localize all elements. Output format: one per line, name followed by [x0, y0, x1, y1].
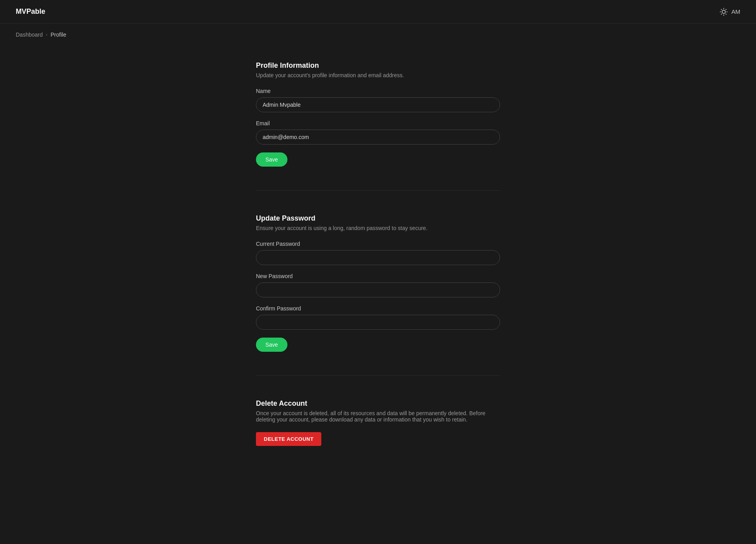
profile-information-section: Profile Information Update your account'… — [256, 61, 500, 167]
email-form-group: Email — [256, 120, 500, 145]
profile-section-description: Update your account's profile informatio… — [256, 72, 500, 78]
svg-line-7 — [721, 14, 721, 14]
password-section-title: Update Password — [256, 214, 500, 223]
confirm-password-form-group: Confirm Password — [256, 305, 500, 330]
svg-line-3 — [721, 9, 721, 9]
name-input[interactable] — [256, 97, 500, 112]
email-label: Email — [256, 120, 500, 126]
confirm-password-label: Confirm Password — [256, 305, 500, 312]
header-right: AM — [720, 8, 741, 16]
confirm-password-input[interactable] — [256, 315, 500, 330]
theme-toggle-icon[interactable] — [720, 8, 728, 16]
delete-section-title: Delete Account — [256, 399, 500, 408]
svg-point-0 — [722, 10, 725, 13]
main-content: Profile Information Update your account'… — [240, 61, 516, 446]
password-save-button[interactable]: Save — [256, 338, 287, 352]
new-password-label: New Password — [256, 273, 500, 279]
profile-save-button[interactable]: Save — [256, 152, 287, 167]
delete-section-description: Once your account is deleted, all of its… — [256, 410, 500, 423]
breadcrumb: Dashboard › Profile — [0, 24, 756, 46]
breadcrumb-profile: Profile — [51, 32, 67, 38]
current-password-label: Current Password — [256, 241, 500, 247]
svg-line-8 — [726, 9, 726, 9]
current-password-input[interactable] — [256, 250, 500, 265]
new-password-input[interactable] — [256, 282, 500, 297]
breadcrumb-separator: › — [46, 32, 48, 37]
email-input[interactable] — [256, 130, 500, 145]
password-section-description: Ensure your account is using a long, ran… — [256, 225, 500, 231]
user-initials[interactable]: AM — [732, 8, 741, 15]
profile-divider — [256, 190, 500, 191]
svg-line-4 — [726, 14, 726, 14]
header: MVPable AM — [0, 0, 756, 24]
breadcrumb-dashboard[interactable]: Dashboard — [16, 32, 43, 38]
current-password-form-group: Current Password — [256, 241, 500, 265]
new-password-form-group: New Password — [256, 273, 500, 297]
delete-account-button[interactable]: DELETE ACCOUNT — [256, 432, 321, 446]
update-password-section: Update Password Ensure your account is u… — [256, 214, 500, 352]
profile-section-title: Profile Information — [256, 61, 500, 70]
delete-account-section: Delete Account Once your account is dele… — [256, 399, 500, 446]
name-label: Name — [256, 88, 500, 94]
app-logo: MVPable — [16, 7, 45, 16]
password-divider — [256, 375, 500, 376]
name-form-group: Name — [256, 88, 500, 112]
